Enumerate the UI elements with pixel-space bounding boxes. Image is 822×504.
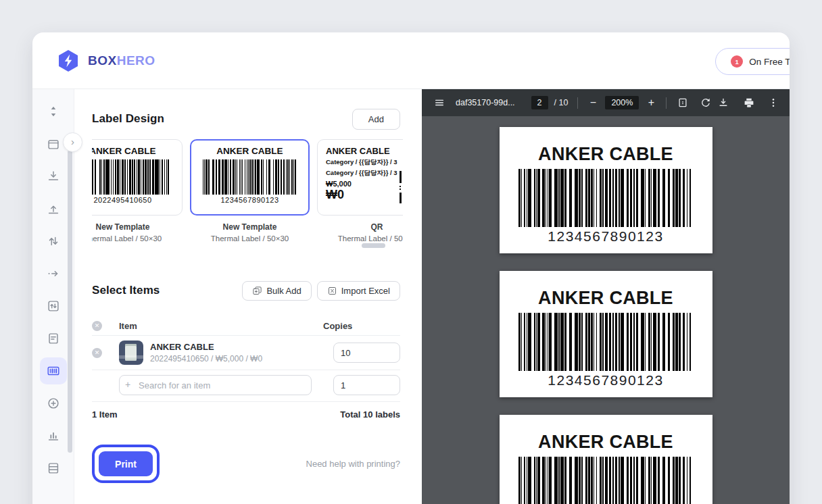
- template-line: Category / {{담당자}} / 3: [326, 158, 403, 167]
- sidebar-item-stock-out[interactable]: [40, 195, 67, 222]
- bulk-add-button[interactable]: Bulk Add: [242, 281, 311, 301]
- template-caption: New Template Thermal Label / 50×30: [190, 222, 310, 243]
- printing-help-link[interactable]: Need help with printing?: [306, 459, 400, 469]
- template-barcode-value: 2022495410650: [92, 196, 174, 204]
- copies-input-new[interactable]: [333, 375, 400, 395]
- zoom-level[interactable]: 200%: [605, 96, 639, 109]
- template-card-wrap: ANKER CABLE 2022495410650 New Template T…: [92, 139, 183, 243]
- template-product-name: ANKER CABLE: [199, 146, 301, 156]
- import-excel-button[interactable]: Import Excel: [317, 281, 400, 301]
- page-number-input[interactable]: 2: [531, 96, 548, 109]
- sidebar-item-collapse-list[interactable]: [40, 98, 67, 125]
- download-icon[interactable]: [717, 96, 730, 109]
- add-template-button[interactable]: Add: [352, 109, 400, 130]
- label-barcode: [518, 169, 693, 227]
- template-price-2: ₩0: [326, 188, 403, 201]
- page-total: / 10: [554, 98, 569, 107]
- stock-move-icon: [46, 266, 61, 281]
- template-barcode: [203, 159, 297, 195]
- package-box-icon: [46, 136, 61, 151]
- sidebar-item-add-item[interactable]: [40, 390, 67, 417]
- template-product-name: ANKER CABLE: [326, 146, 403, 156]
- zoom-out-icon[interactable]: −: [587, 97, 598, 109]
- app-window: BOXHERO 1 On Free Trial › Label Design A…: [32, 32, 790, 504]
- sidebar-item-stock-transfer[interactable]: [40, 228, 67, 255]
- sidebar-item-stock-move[interactable]: [40, 260, 67, 287]
- sidebar-item-print-barcode[interactable]: [40, 357, 67, 384]
- more-options-icon[interactable]: [767, 96, 780, 109]
- sidebar-expand-button[interactable]: ›: [63, 132, 82, 152]
- pdf-barcode-label: ANKER CABLE1234567890123: [500, 415, 712, 504]
- template-card-1[interactable]: ANKER CABLE 2022495410650: [92, 139, 183, 216]
- label-title: ANKER CABLE: [538, 144, 673, 165]
- template-price: ₩5,000: [326, 180, 403, 188]
- label-code: 1234567890123: [548, 372, 663, 388]
- sidebar-item-purchase-order[interactable]: [40, 325, 67, 352]
- sidebar-item-analytics[interactable]: [40, 422, 67, 449]
- qr-code-fragment: [398, 171, 403, 203]
- sort-arrows-icon: [46, 104, 61, 119]
- template-line: Category / {{담당자}} / 3: [326, 169, 403, 178]
- sidebar-item-stock-in[interactable]: [40, 163, 67, 190]
- screen: BOXHERO 1 On Free Trial › Label Design A…: [0, 0, 822, 504]
- label-title: ANKER CABLE: [538, 432, 673, 453]
- print-icon[interactable]: [742, 96, 756, 109]
- carousel-scrollbar[interactable]: [362, 243, 385, 248]
- data-center-icon: [46, 461, 61, 476]
- fit-page-icon[interactable]: [676, 96, 690, 109]
- zoom-in-icon[interactable]: +: [646, 97, 656, 109]
- stock-in-icon: [46, 169, 61, 184]
- item-thumbnail: [119, 341, 143, 365]
- bulk-add-icon: [252, 286, 262, 296]
- copies-input[interactable]: [333, 343, 400, 363]
- pdf-barcode-label: ANKER CABLE1234567890123: [500, 271, 712, 397]
- stock-transfer-icon: [46, 234, 61, 249]
- template-card-wrap: ANKER CABLE 1234567890123 New Template T…: [190, 139, 310, 243]
- item-details: 2022495410650 / ₩5,000 / ₩0: [150, 354, 323, 363]
- print-button[interactable]: Print: [99, 451, 153, 476]
- analytics-icon: [46, 428, 61, 443]
- pdf-toolbar: daf35170-99d... 2 / 10 − 200% +: [422, 89, 790, 116]
- items-table-header: ✕ Item Copies: [92, 316, 400, 335]
- label-design-title: Label Design: [92, 112, 164, 126]
- pdf-page-area[interactable]: ANKER CABLE1234567890123ANKER CABLE12345…: [422, 116, 790, 504]
- free-trial-badge[interactable]: 1 On Free Trial: [715, 48, 790, 75]
- template-card-3-qr[interactable]: ANKER CABLE Category / {{담당자}} / 3 Categ…: [317, 139, 403, 216]
- pdf-barcode-label: ANKER CABLE1234567890123: [500, 127, 712, 253]
- barcode-label-icon: [46, 363, 61, 378]
- sidebar-item-data-center[interactable]: [40, 455, 67, 482]
- item-name: ANKER CABLE: [150, 342, 323, 352]
- item-row: ✕ ANKER CABLE 2022495410650 / ₩5,000 / ₩…: [92, 336, 400, 370]
- pdf-viewer: daf35170-99d... 2 / 10 − 200% +: [422, 89, 790, 504]
- template-barcode: [92, 159, 170, 195]
- boxhero-logo[interactable]: BOXHERO: [57, 49, 155, 72]
- remove-item-icon[interactable]: ✕: [92, 348, 102, 358]
- print-button-highlight-ring: Print: [92, 445, 160, 483]
- pdf-filename: daf35170-99d...: [456, 98, 515, 107]
- add-item-icon: [46, 396, 61, 411]
- icon-sidebar: ›: [32, 89, 74, 504]
- template-carousel: ANKER CABLE 2022495410650 New Template T…: [92, 139, 403, 247]
- template-card-wrap: ANKER CABLE Category / {{담당자}} / 3 Categ…: [317, 139, 403, 243]
- sidebar-item-stock-adjust[interactable]: [40, 293, 67, 320]
- trial-count-badge: 1: [731, 55, 743, 68]
- plus-icon: +: [125, 380, 135, 389]
- stock-out-icon: [46, 201, 61, 216]
- adjust-stock-icon: [46, 299, 61, 313]
- template-caption: QR Thermal Label / 50×30: [317, 222, 403, 243]
- boxhero-logo-icon: [57, 49, 80, 72]
- menu-icon[interactable]: [433, 96, 446, 109]
- label-title: ANKER CABLE: [538, 288, 673, 309]
- rotate-icon[interactable]: [699, 96, 712, 109]
- column-item: Item: [105, 321, 323, 331]
- boxhero-logo-text: BOXHERO: [88, 53, 155, 68]
- excel-icon: [327, 286, 337, 296]
- item-search-input[interactable]: [119, 375, 312, 395]
- sidebar-scrollbar[interactable]: [68, 150, 72, 453]
- remove-all-icon[interactable]: ✕: [92, 321, 102, 331]
- total-labels-summary: Total 10 labels: [340, 409, 400, 420]
- template-product-name: ANKER CABLE: [92, 146, 174, 156]
- template-card-2-selected[interactable]: ANKER CABLE 1234567890123: [190, 139, 310, 216]
- column-copies: Copies: [323, 321, 400, 331]
- add-item-row: +: [92, 370, 400, 401]
